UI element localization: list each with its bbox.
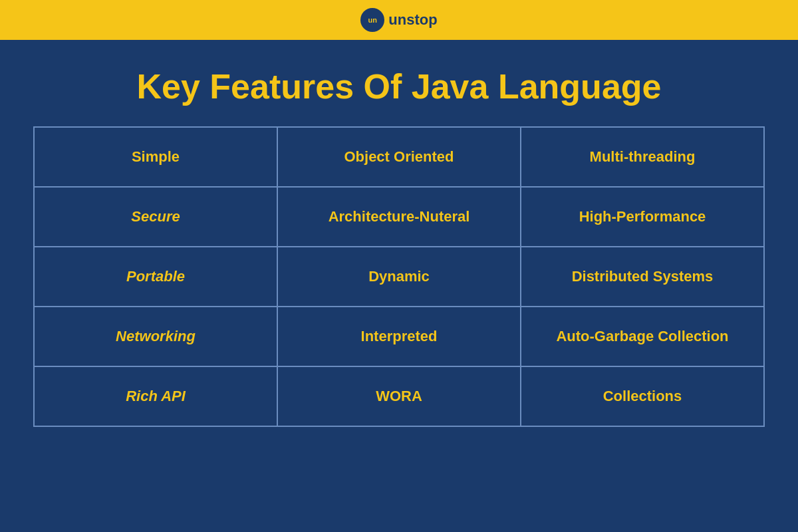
table-cell: Collections — [521, 366, 764, 426]
table-row: NetworkingInterpretedAuto-Garbage Collec… — [34, 307, 764, 366]
table-cell: Secure — [34, 187, 277, 247]
table-cell: High-Performance — [521, 187, 764, 247]
table-cell: Distributed Systems — [521, 247, 764, 307]
table-row: Rich APIWORACollections — [34, 366, 764, 426]
table-row: PortableDynamicDistributed Systems — [34, 247, 764, 307]
logo-text: unstop — [388, 11, 437, 29]
logo-badge: un — [360, 8, 384, 32]
logo-container: un unstop — [360, 8, 437, 32]
main-content: Key Features Of Java Language SimpleObje… — [0, 40, 798, 532]
page-title: Key Features Of Java Language — [137, 66, 662, 106]
table-cell: Portable — [34, 247, 277, 307]
table-cell: Auto-Garbage Collection — [521, 307, 764, 366]
table-cell: Interpreted — [277, 307, 521, 366]
features-table: SimpleObject OrientedMulti-threadingSecu… — [33, 126, 765, 427]
table-row: SecureArchitecture-NuteralHigh-Performan… — [34, 187, 764, 247]
logo-badge-text: un — [368, 16, 377, 24]
table-cell: Dynamic — [277, 247, 521, 307]
table-cell: Rich API — [34, 366, 277, 426]
table-row: SimpleObject OrientedMulti-threading — [34, 127, 764, 187]
top-bar: un unstop — [0, 0, 798, 40]
table-cell: Architecture-Nuteral — [277, 187, 521, 247]
table-cell: WORA — [277, 366, 521, 426]
table-cell: Simple — [34, 127, 277, 187]
table-cell: Multi-threading — [521, 127, 764, 187]
table-cell: Networking — [34, 307, 277, 366]
table-cell: Object Oriented — [277, 127, 521, 187]
